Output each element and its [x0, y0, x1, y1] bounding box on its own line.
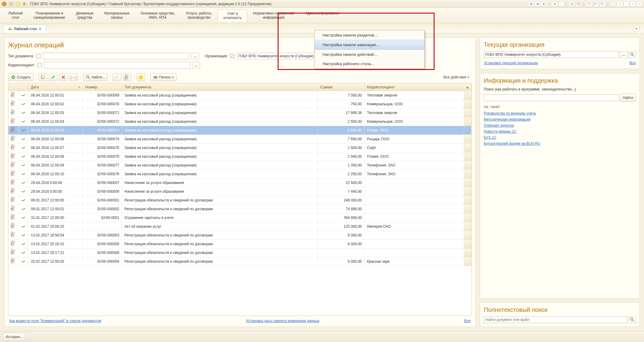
org-checkbox[interactable] [230, 54, 234, 58]
info-link[interactable]: Руководство по ведению учета [484, 111, 636, 116]
org-ellipsis-btn[interactable]: ... [620, 51, 627, 58]
dropdown-icon[interactable]: ▾ [617, 2, 622, 6]
copy-button[interactable] [39, 73, 47, 81]
cell-sum: 2 250,00 [318, 170, 365, 179]
find-button[interactable]: Найти... [83, 73, 108, 81]
table-row[interactable]: ДтКт▪✔06.04.2016 12:00:10БУ00-000078Заяв… [8, 170, 471, 179]
table-row[interactable]: ДтКт▪✔06.04.2016 12:00:08БУ00-000076Заяв… [8, 152, 471, 161]
table-row[interactable]: ДтКт▪✔31.01.2017 12:00:00БУ00-0001Отраже… [8, 214, 471, 222]
nav-forward-icon[interactable] [16, 2, 21, 6]
section-item-0[interactable]: Рабочий стол [3, 9, 28, 22]
tab-desktop[interactable]: Рабочий стол ✕ [3, 25, 46, 33]
calc-icon[interactable]: ▤ [569, 2, 575, 6]
edit-button[interactable] [49, 73, 57, 81]
maximize-icon[interactable]: ▭ [630, 2, 636, 6]
all-actions-button[interactable]: Все действия ▾ [441, 73, 472, 81]
calendar-icon[interactable]: 31 [576, 2, 581, 6]
table-row[interactable]: ДтКт▪✔13.02.2017 20:17:21БУ00-000006Реги… [8, 249, 471, 257]
col-type[interactable]: Тип документа [122, 83, 318, 91]
table-row[interactable]: ДтКт▪✔01.02.2017 20:08:20Акт об оказании… [8, 222, 471, 231]
info-link[interactable]: Отвечает аудитор [484, 123, 636, 128]
delete-button[interactable] [59, 73, 68, 81]
doc-type-checkbox[interactable] [36, 54, 40, 58]
cancel-find-button[interactable] [113, 73, 121, 81]
fulltext-search-btn[interactable] [629, 316, 636, 323]
help-icon[interactable]: i [610, 2, 616, 6]
info-link[interactable]: Методическая информация [484, 117, 636, 122]
print-button[interactable]: Печать ▾ [150, 73, 177, 81]
dtkt-button[interactable]: ДтКт [123, 73, 132, 81]
fulltext-input[interactable] [484, 316, 627, 323]
col-number[interactable]: Номер [83, 83, 122, 91]
tb-icon-4[interactable]: ⌂ [559, 2, 564, 6]
link-all-org[interactable]: Все [630, 61, 636, 65]
link-all[interactable]: Все [464, 319, 470, 323]
table-row[interactable]: ДтКт▪✔06.04.2016 12:00:01БУ00-000069Заяв… [8, 91, 471, 100]
create-button[interactable]: Создать [8, 73, 33, 81]
section-item-7[interactable]: Нормативно-справочная информация [247, 9, 300, 22]
table-row[interactable]: ДтКт▪✔13.02.2017 20:16:15БУ00-000005Реги… [8, 240, 471, 249]
scroll-up-icon[interactable]: ▴ [464, 83, 471, 91]
table-row[interactable]: ДтКт▪✔06.04.2016 12:00:09БУ00-000077Заяв… [8, 161, 471, 170]
history-button[interactable]: История... [3, 333, 26, 341]
interval-button[interactable]: (↔) [69, 73, 78, 81]
fav-icon[interactable]: ★ [552, 2, 557, 6]
info-link[interactable]: Новости фирмы 1С [484, 129, 636, 134]
m-btn[interactable]: M [586, 2, 592, 6]
expand-icon[interactable]: ▾ [633, 25, 640, 32]
doc-type-ellipsis[interactable]: ... [192, 53, 199, 59]
tb-icon-1[interactable]: ▦ [528, 2, 534, 6]
table-row[interactable]: ДтКт▪✔06.04.2016 12:00:07БУ00-000075Заяв… [8, 144, 471, 152]
close-icon[interactable]: ✕ [637, 2, 642, 6]
doc-type-input[interactable] [43, 53, 189, 59]
corr-input[interactable] [44, 62, 190, 68]
org-field[interactable] [484, 51, 619, 58]
section-item-6[interactable]: Учет и отчетность [218, 9, 247, 22]
col-date[interactable]: Дата▴ [28, 83, 83, 91]
org-search-btn[interactable] [629, 51, 636, 58]
cell-type: Акт об оказании услуг [122, 222, 318, 231]
m-plus-btn[interactable]: M+ [593, 2, 598, 6]
tb-icon-2[interactable]: ▣ [535, 2, 540, 6]
corr-checkbox[interactable] [37, 63, 42, 67]
table-row[interactable]: ДтКт▪✔06.04.2016 12:00:04БУ00-000072Заяв… [8, 117, 471, 126]
info-link[interactable]: БУХ.1С [484, 135, 636, 140]
section-item-3[interactable]: Материальные запасы [99, 9, 135, 22]
cm-item-sections[interactable]: Настройка панели разделов... [315, 30, 424, 40]
corr-ellipsis[interactable]: ... [193, 62, 200, 68]
posted-icon: ▪✔ [21, 93, 26, 97]
link-set-org[interactable]: Установка текущей организации [484, 61, 538, 65]
section-item-5[interactable]: Услуги, работы, производство [180, 9, 218, 22]
table-row[interactable]: ДтКт▪✔06.04.2016 12:00:02БУ00-000070Заяв… [8, 100, 471, 109]
section-item-1[interactable]: Планирование и санкционирование [28, 9, 70, 22]
link-date-lock[interactable]: Установка даты запрета изменения данных [246, 319, 319, 323]
m-minus-btn[interactable]: M- [600, 2, 605, 6]
col-sum[interactable]: Сумма [318, 83, 365, 91]
info-search-input[interactable] [484, 94, 619, 101]
help-button[interactable]: ? [137, 73, 145, 81]
section-item-4[interactable]: Основные средства, НМА, НПА [135, 9, 180, 22]
minimize-icon[interactable]: – [623, 2, 629, 6]
table-row[interactable]: ДтКт▪✔09.01.2017 12:00:00БУ00-000001Реги… [8, 196, 471, 205]
cm-item-desktop[interactable]: Настройка рабочего стола... [315, 59, 424, 68]
table-row[interactable]: ДтКт▪✔06.04.2016 12:00:03БУ00-000071Заяв… [8, 109, 471, 117]
cm-item-navigation[interactable]: Настройка панели навигации... [315, 40, 424, 50]
star-icon[interactable]: ★ [22, 2, 27, 6]
section-item-2[interactable]: Денежные средства [71, 9, 99, 22]
table-row[interactable]: ДтКт▪✔29.04.2016 0:00:00БУ00-000007Начис… [8, 179, 471, 187]
table-row[interactable]: ДтКт▪✔06.04.2016 12:00:05БУ00-000073Заяв… [8, 126, 471, 135]
tab-close-icon[interactable]: ✕ [39, 27, 42, 31]
nav-back-icon[interactable]: ▾ [8, 2, 14, 6]
table-row[interactable]: ДтКт▪✔06.04.2016 12:00:06БУ00-000074Заяв… [8, 135, 471, 144]
info-link[interactable]: Бухгалтерский форум на BUH.RU [484, 141, 636, 146]
table-row[interactable]: ДтКт▪✔20.02.2017 12:00:00БУ00-000004Реги… [8, 257, 471, 266]
table-row[interactable]: ДтКт▪✔29.04.2016 0:00:00БУ00-000008Начис… [8, 187, 471, 196]
table-row[interactable]: ДтКт▪✔09.01.2017 12:00:01БУ00-000002Реги… [8, 205, 471, 214]
cm-item-actions[interactable]: Настройка панели действий... [315, 50, 424, 59]
link-comment-field[interactable]: Как вывести поле "Комментарий" в списке … [9, 319, 101, 323]
tb-icon-3[interactable]: ◧ [541, 2, 547, 6]
col-corr[interactable]: Корреспондент [365, 83, 464, 91]
section-item-8[interactable]: Администрирование [300, 9, 345, 22]
table-row[interactable]: ДтКт▪✔13.02.2017 18:58:54БУ00-000003Реги… [8, 231, 471, 240]
info-find-button[interactable]: Найти [620, 94, 636, 102]
